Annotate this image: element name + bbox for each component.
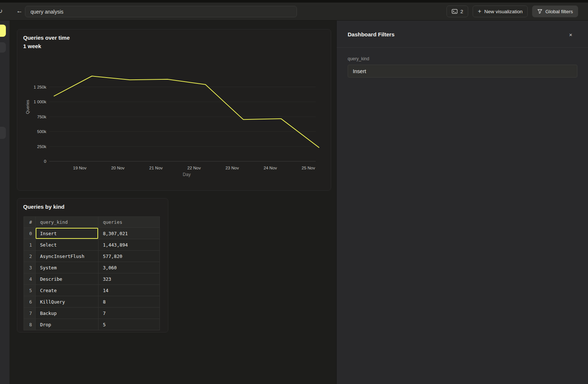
left-sidebar: [0, 21, 10, 384]
queries-over-time-chart[interactable]: 0250k500k750k1 000k1 250k19 Nov20 Nov21 …: [17, 29, 331, 191]
funnel-icon: [537, 9, 542, 14]
x-tick-label: 22 Nov: [187, 166, 201, 170]
cell-idx[interactable]: 3: [24, 262, 35, 273]
table-row[interactable]: 0Insert8,307,021: [24, 228, 159, 239]
column-header-queries[interactable]: queries: [98, 217, 159, 227]
new-visualization-button[interactable]: + New visualization: [473, 6, 528, 17]
filter-field-label: query_kind: [348, 56, 369, 61]
cell-kind[interactable]: Drop: [35, 319, 98, 330]
sidebar-item-active-item[interactable]: [0, 25, 6, 37]
cell-kind[interactable]: AsyncInsertFlush: [35, 251, 98, 262]
table-title: Queries by kind: [23, 204, 65, 210]
queries-by-kind-table: #query_kindqueries0Insert8,307,0211Selec…: [24, 216, 160, 330]
column-header-query_kind[interactable]: query_kind: [35, 217, 98, 227]
table-row[interactable]: 6KillQuery8: [24, 296, 159, 308]
sql-console-button[interactable]: 2: [447, 6, 469, 17]
topbar: ↻ ← 2 + New visualization Global fi: [0, 3, 588, 21]
y-axis-title: Queries: [25, 100, 30, 114]
table-row[interactable]: 4Describe323: [24, 273, 159, 285]
x-tick-label: 19 Nov: [73, 166, 87, 170]
global-filters-label: Global filters: [545, 9, 573, 14]
cell-kind[interactable]: Insert: [35, 228, 98, 239]
table-row[interactable]: 3System3,060: [24, 262, 159, 273]
topbar-actions: 2 + New visualization Global filters: [447, 6, 578, 17]
cell-queries[interactable]: 3,060: [98, 262, 159, 273]
table-row[interactable]: 2AsyncInsertFlush577,820: [24, 251, 159, 262]
sidebar-item-item-3[interactable]: [0, 127, 6, 139]
cell-kind[interactable]: System: [35, 262, 98, 273]
console-count: 2: [460, 9, 463, 14]
table-row[interactable]: 5Create14: [24, 285, 159, 296]
back-button[interactable]: ←: [15, 6, 24, 16]
cell-kind[interactable]: Select: [35, 239, 98, 250]
table-row[interactable]: 7Backup7: [24, 308, 159, 319]
chart-subtitle: 1 week: [23, 43, 41, 49]
table-header-row: #query_kindqueries: [24, 217, 159, 228]
x-tick-label: 21 Nov: [149, 166, 163, 170]
main-content: 0250k500k750k1 000k1 250k19 Nov20 Nov21 …: [10, 21, 336, 384]
cell-queries[interactable]: 14: [98, 285, 159, 296]
y-tick-label: 250k: [37, 144, 46, 149]
y-tick-label: 750k: [37, 115, 46, 119]
y-tick-label: 0: [44, 159, 46, 164]
panel-header: Dashboard Filters ×: [337, 21, 588, 48]
global-filters-button[interactable]: Global filters: [532, 6, 578, 17]
cell-queries[interactable]: 8: [98, 296, 159, 307]
new-visualization-label: New visualization: [484, 9, 523, 14]
cell-queries[interactable]: 8,307,021: [98, 228, 159, 239]
table-row[interactable]: 8Drop5: [24, 319, 159, 330]
x-tick-label: 25 Nov: [302, 166, 315, 170]
window-top-strip: [0, 0, 588, 3]
table-row[interactable]: 1Select1,443,894: [24, 239, 159, 251]
close-icon[interactable]: ×: [567, 30, 575, 39]
dashboard-title-input[interactable]: [25, 6, 297, 17]
queries-over-time-card: 0250k500k750k1 000k1 250k19 Nov20 Nov21 …: [17, 29, 331, 191]
sidebar-item-item-2[interactable]: [0, 42, 6, 53]
cell-idx[interactable]: 2: [24, 251, 35, 262]
cell-queries[interactable]: 323: [98, 273, 159, 284]
y-tick-label: 1 000k: [33, 100, 46, 104]
cell-idx[interactable]: 1: [24, 239, 35, 250]
cell-idx[interactable]: 6: [24, 296, 35, 307]
x-tick-label: 23 Nov: [225, 166, 239, 170]
x-axis-title: Day: [183, 172, 190, 177]
dashboard-filters-panel: Dashboard Filters × query_kind: [336, 21, 588, 384]
plus-icon: +: [478, 8, 481, 14]
cell-idx[interactable]: 5: [24, 285, 35, 296]
query-kind-filter-input[interactable]: [348, 65, 577, 78]
cell-queries[interactable]: 7: [98, 308, 159, 319]
cell-idx[interactable]: 7: [24, 308, 35, 319]
x-tick-label: 24 Nov: [263, 166, 277, 170]
cell-idx[interactable]: 0: [24, 228, 35, 239]
cell-queries[interactable]: 577,820: [98, 251, 159, 262]
cell-kind[interactable]: Create: [35, 285, 98, 296]
cell-kind[interactable]: Backup: [35, 308, 98, 319]
cell-idx[interactable]: 8: [24, 319, 35, 330]
terminal-window-icon: [452, 9, 458, 14]
cell-kind[interactable]: KillQuery: [35, 296, 98, 307]
panel-title: Dashboard Filters: [348, 31, 395, 37]
cell-queries[interactable]: 1,443,894: [98, 239, 159, 250]
cell-kind[interactable]: Describe: [35, 273, 98, 284]
queries-by-kind-card: Queries by kind #query_kindqueries0Inser…: [17, 198, 168, 333]
y-tick-label: 1 250k: [33, 85, 46, 89]
column-header-index[interactable]: #: [24, 217, 35, 227]
chart-title: Queries over time: [23, 35, 70, 41]
cell-queries[interactable]: 5: [98, 319, 159, 330]
refresh-icon[interactable]: ↻: [0, 7, 6, 16]
x-tick-label: 20 Nov: [111, 166, 125, 170]
y-tick-label: 500k: [37, 129, 46, 134]
cell-idx[interactable]: 4: [24, 273, 35, 284]
